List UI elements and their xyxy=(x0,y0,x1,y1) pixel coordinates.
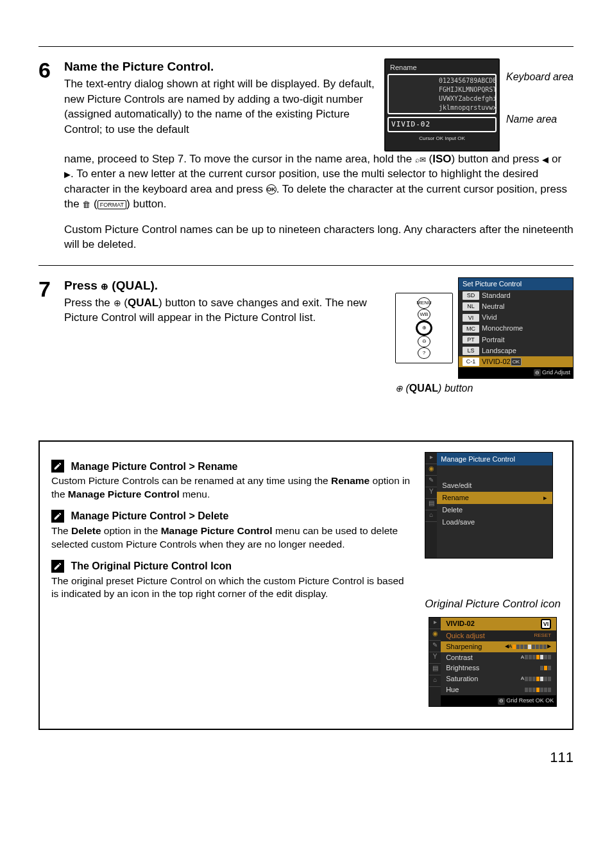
step7-body-a: Press the xyxy=(64,297,114,309)
keyboard-area-label: Keyboard area xyxy=(506,70,574,108)
step6-text-b: name, proceed to Step 7. To move the cur… xyxy=(64,153,415,165)
step-number-6: 6 xyxy=(38,58,64,252)
trash-icon xyxy=(82,198,90,210)
rename-dialog-figure: Rename 0123456789ABCDE FGHIJKLMNOPQRST U… xyxy=(384,58,574,152)
original-picture-control-label: Original Picture Control icon xyxy=(425,597,561,612)
original-control-badge: VI xyxy=(541,619,552,629)
step7-title: Press (QUAL). xyxy=(64,277,395,294)
mpc-header: Manage Picture Control xyxy=(437,453,552,466)
vivid-row-saturation: SaturationA xyxy=(441,673,556,684)
step6-text-c: ) button and press xyxy=(452,153,543,165)
set-picture-control-screen: Set Picture Control SDStandard NLNeutral… xyxy=(458,277,574,379)
name-field: VIVID-02 xyxy=(387,117,497,132)
ok-icon: OK xyxy=(266,184,276,195)
step7-body-b: ( xyxy=(121,297,128,309)
step6-text-g: ) button. xyxy=(126,198,166,210)
mpc-item: Save/edit xyxy=(437,480,552,492)
iso-label: ISO xyxy=(432,153,451,165)
vivid-footer: ⊖Grid Reset OK OK xyxy=(441,695,556,706)
pencil-icon xyxy=(51,460,64,473)
rename-footer: Cursor OK Input OK xyxy=(387,135,497,142)
zoom-in-icon-3 xyxy=(395,383,403,394)
menu-button-icon: MENU xyxy=(418,297,430,309)
zoom-out-iso-icon xyxy=(415,153,426,165)
page-number: 111 xyxy=(38,749,574,766)
set-picture-control-figure: MENU WB ⊕ ⊖ ? Set Picture Control SDStan… xyxy=(395,277,574,395)
mpc-item: Load/save xyxy=(437,516,552,528)
zoom-in-icon-2 xyxy=(114,297,121,309)
zoom-in-icon xyxy=(101,279,108,292)
mpc-item: Delete xyxy=(437,504,552,516)
qual-button-caption: (QUAL) button xyxy=(395,381,473,395)
vivid-row-contrast: ContrastA xyxy=(441,652,556,663)
vivid-row-hue: Hue xyxy=(441,684,556,695)
step6-para2: Custom Picture Control names can be up t… xyxy=(64,222,574,252)
vivid-row-brightness: Brightness xyxy=(441,663,556,673)
spc-header: Set Picture Control xyxy=(459,278,573,290)
step6-text-a: The text-entry dialog shown at right wil… xyxy=(64,78,375,135)
manage-picture-control-screen: ▸ ◉ ✎ Y ▤ ⌂ Manage Picture Control Save/… xyxy=(425,452,553,559)
help-button-icon: ? xyxy=(418,347,430,359)
name-area-label: Name area xyxy=(506,112,574,126)
format-badge: FORMAT xyxy=(98,200,126,209)
mpc-item-selected: Rename▸ xyxy=(437,492,552,504)
keyboard-grid: 0123456789ABCDE FGHIJKLMNOPQRST UVWXYZab… xyxy=(387,74,497,114)
wb-button-icon: WB xyxy=(418,309,430,320)
iso-button-icon: ⊖ xyxy=(418,336,430,347)
qual-label: QUAL xyxy=(128,297,158,309)
left-arrow-icon xyxy=(542,153,548,165)
pencil-icon xyxy=(51,510,64,523)
step-number-7: 7 xyxy=(38,277,64,395)
rename-title: Rename xyxy=(387,62,497,74)
info-box: ▸ ◉ ✎ Y ▤ ⌂ Manage Picture Control Save/… xyxy=(38,440,574,730)
qual-button-icon: ⊕ xyxy=(416,320,432,336)
step6-text-d: or xyxy=(548,153,561,165)
camera-buttons-diagram: MENU WB ⊕ ⊖ ? xyxy=(395,293,453,363)
pencil-icon xyxy=(51,560,64,573)
right-arrow-icon xyxy=(64,168,71,180)
vivid-header-title: VIVID-02 xyxy=(446,619,475,629)
spc-footer: ⊖Grid Adjust xyxy=(459,367,573,378)
vivid-row-sharpening: Sharpening◀A▶ xyxy=(441,641,556,652)
vivid-edit-screen: ▸ ◉ ✎ Y ▤ ⌂ VIVID-02 VI Quick adjustRESE… xyxy=(429,617,557,707)
vivid-row-quick: Quick adjustRESET xyxy=(441,630,556,641)
